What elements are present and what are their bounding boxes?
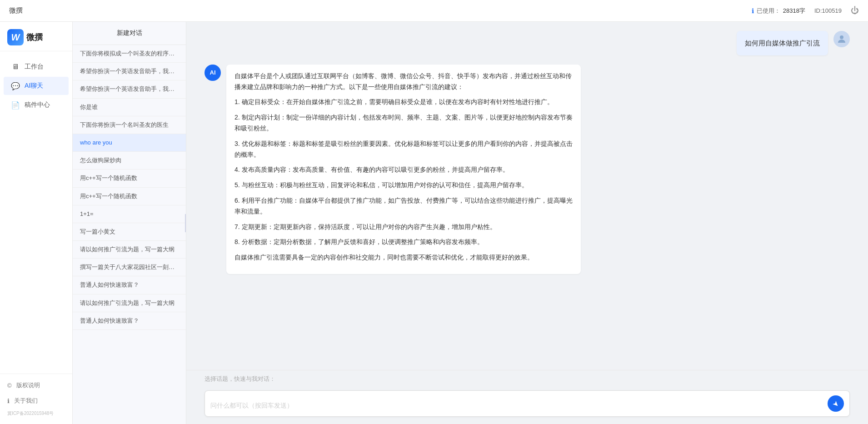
logout-button[interactable]: ⏻: [851, 6, 859, 15]
sidebar-item-ai-chat-label: AI聊天: [25, 82, 43, 90]
topbar-id: ID:100519: [814, 7, 842, 14]
list-item[interactable]: 用c++写一个随机函数: [73, 170, 186, 187]
ai-para-0: 自媒体平台是个人或团队通过互联网平台（如博客、微博、微信公众号、抖音、快手等）发…: [234, 71, 573, 93]
sidebar-item-ai-chat[interactable]: 💬 AI聊天: [4, 77, 69, 95]
quick-bar-label: 选择话题，快速与我对话：: [205, 375, 275, 382]
ai-chat-icon: 💬: [11, 81, 20, 90]
message-row-ai: AI 自媒体平台是个人或团队通过互联网平台（如博客、微博、微信公众号、抖音、快手…: [205, 65, 850, 274]
list-item[interactable]: 下面你将模拟成一个叫圣友的程序员，我说...: [73, 45, 186, 63]
new-chat-button[interactable]: 新建对话: [73, 22, 186, 45]
sidebar: W 微撰 🖥 工作台 💬 AI聊天 📄 稿件中心 © 版权说明 ℹ: [0, 22, 73, 424]
copyright-icon: ©: [7, 382, 12, 389]
usage-value: 28318字: [783, 7, 805, 15]
list-item[interactable]: 希望你扮演一个英语发音助手，我提供给你...: [73, 63, 186, 80]
workspace-icon: 🖥: [11, 62, 20, 71]
sidebar-logo: W 微撰: [0, 22, 72, 51]
list-item[interactable]: 写一篇小黄文: [73, 223, 186, 241]
topbar-right: ℹ 已使用： 28318字 ID:100519 ⏻: [752, 6, 859, 15]
sidebar-item-workspace-label: 工作台: [25, 63, 44, 71]
chat-list: 新建对话 下面你将模拟成一个叫圣友的程序员，我说... 希望你扮演一个英语发音助…: [73, 22, 186, 424]
input-area: ➤: [186, 386, 868, 424]
collapse-sidebar-button[interactable]: ◀: [185, 214, 186, 232]
send-button[interactable]: ➤: [828, 395, 844, 412]
message-row-user: 如何用自媒体做推广引流: [205, 31, 850, 55]
list-item[interactable]: 希望你扮演一个英语发音助手，我提供给你...: [73, 80, 186, 98]
icp-text: 冀ICP备2022015948号: [0, 409, 72, 420]
drafts-icon: 📄: [11, 100, 20, 110]
topbar: 微撰 ℹ 已使用： 28318字 ID:100519 ⏻: [0, 0, 868, 22]
chat-messages: 如何用自媒体做推广引流 AI 自媒体平台是个人或团队通过互联网平台（如博客、微博…: [186, 22, 868, 370]
send-icon: ➤: [831, 399, 841, 409]
logo-icon: W: [7, 29, 24, 45]
chat-input[interactable]: [210, 401, 824, 412]
about-icon: ℹ: [7, 398, 10, 404]
ai-para-3: 3. 优化标题和标签：标题和标签是吸引粉丝的重要因素。优化标题和标签可以让更多的…: [234, 139, 573, 160]
sidebar-item-drafts-label: 稿件中心: [25, 101, 50, 109]
list-item[interactable]: 普通人如何快速致富？: [73, 276, 186, 294]
chat-main: 如何用自媒体做推广引流 AI 自媒体平台是个人或团队通过互联网平台（如博客、微博…: [186, 22, 868, 424]
logo-text: 微撰: [26, 32, 43, 43]
sidebar-footer: © 版权说明 ℹ 关于我们 冀ICP备2022015948号: [0, 374, 72, 424]
usage-icon: ℹ: [752, 7, 754, 15]
list-item[interactable]: who are you: [73, 134, 186, 152]
user-message-bubble: 如何用自媒体做推广引流: [737, 31, 828, 55]
usage-label: 已使用：: [757, 7, 780, 15]
sidebar-item-drafts[interactable]: 📄 稿件中心: [4, 96, 69, 114]
input-box: ➤: [205, 390, 850, 417]
quick-bar: 选择话题，快速与我对话：: [186, 370, 868, 386]
sidebar-item-copyright[interactable]: © 版权说明: [0, 378, 72, 393]
copyright-label: 版权说明: [16, 381, 40, 389]
list-item[interactable]: 用c++写一个随机函数: [73, 188, 186, 205]
list-item[interactable]: 下面你将扮演一个名叫圣友的医生: [73, 116, 186, 134]
about-label: 关于我们: [14, 397, 38, 405]
sidebar-item-workspace[interactable]: 🖥 工作台: [4, 58, 69, 76]
list-item[interactable]: 你是谁: [73, 99, 186, 116]
ai-para-5: 5. 与粉丝互动：积极与粉丝互动，回复评论和私信，可以增加用户对你的认可和信任，…: [234, 180, 573, 191]
topbar-usage: ℹ 已使用： 28318字: [752, 7, 805, 15]
ai-para-7: 7. 定期更新：定期更新内容，保持活跃度，可以让用户对你的内容产生兴趣，增加用户…: [234, 222, 573, 233]
topbar-title: 微撰: [9, 6, 23, 15]
ai-avatar: AI: [205, 65, 221, 81]
ai-para-9: 自媒体推广引流需要具备一定的内容创作和社交能力，同时也需要不断尝试和优化，才能取…: [234, 252, 573, 263]
list-item[interactable]: 怎么做狗屎炒肉: [73, 152, 186, 170]
ai-para-6: 6. 利用平台推广功能：自媒体平台都提供了推广功能，如广告投放、付费推广等，可以…: [234, 195, 573, 217]
ai-para-2: 2. 制定内容计划：制定一份详细的内容计划，包括发布时间、频率、主题、文案、图片…: [234, 112, 573, 134]
svg-point-0: [840, 35, 843, 39]
user-question-text: 如何用自媒体做推广引流: [745, 39, 820, 47]
ai-para-4: 4. 发布高质量内容：发布高质量、有价值、有趣的内容可以吸引更多的粉丝，并提高用…: [234, 165, 573, 175]
ai-message-bubble: 自媒体平台是个人或团队通过互联网平台（如博客、微博、微信公众号、抖音、快手等）发…: [226, 65, 581, 274]
list-item[interactable]: 请以如何推广引流为题，写一篇大纲: [73, 294, 186, 312]
main-layout: W 微撰 🖥 工作台 💬 AI聊天 📄 稿件中心 © 版权说明 ℹ: [0, 22, 868, 424]
sidebar-item-about[interactable]: ℹ 关于我们: [0, 393, 72, 409]
user-avatar: [833, 31, 850, 47]
list-item[interactable]: 1+1=: [73, 205, 186, 223]
list-item[interactable]: 请以如何推广引流为题，写一篇大纲: [73, 241, 186, 259]
ai-para-8: 8. 分析数据：定期分析数据，了解用户反馈和喜好，以便调整推广策略和内容发布频率…: [234, 237, 573, 248]
list-item[interactable]: 撰写一篇关于八大家花园社区一刻钟便民生...: [73, 259, 186, 276]
list-item[interactable]: 普通人如何快速致富？: [73, 312, 186, 330]
chat-items: 下面你将模拟成一个叫圣友的程序员，我说... 希望你扮演一个英语发音助手，我提供…: [73, 45, 186, 424]
ai-para-1: 1. 确定目标受众：在开始自媒体推广引流之前，需要明确目标受众是谁，以便在发布内…: [234, 97, 573, 108]
sidebar-nav: 🖥 工作台 💬 AI聊天 📄 稿件中心: [0, 51, 72, 120]
